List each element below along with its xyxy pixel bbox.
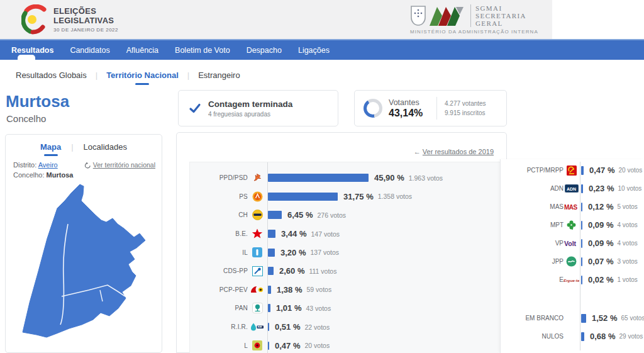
party-label: MPT — [501, 221, 564, 228]
result-percentage: 0,68 % — [590, 332, 615, 341]
district-link[interactable]: Aveiro — [38, 161, 58, 169]
result-bar[interactable] — [268, 174, 369, 182]
map-tab-mapa[interactable]: Mapa — [40, 142, 61, 156]
result-bar[interactable] — [268, 286, 271, 294]
result-bar[interactable] — [581, 221, 582, 230]
result-bar[interactable] — [268, 211, 282, 219]
result-percentage: 1,38 % — [277, 285, 302, 294]
back-to-national-link[interactable]: Ver território nacional — [84, 161, 155, 169]
party-label: L — [190, 342, 248, 349]
results-chart-card: ← Ver resultados de 2019 PPD/PSD45,90 %1… — [176, 132, 507, 353]
counting-status-subtitle: 4 freguesias apuradas — [208, 111, 292, 118]
pan-party-icon — [248, 303, 267, 313]
mpt-party-icon — [564, 220, 579, 230]
result-bar[interactable] — [268, 342, 269, 350]
nav-item-resultados[interactable]: Resultados — [11, 46, 53, 55]
result-bar[interactable] — [268, 230, 275, 238]
counting-status-card: Contagem terminada 4 freguesias apuradas — [178, 90, 338, 126]
active-nav-indicator — [18, 55, 35, 63]
result-votes: 1.358 votos — [378, 193, 412, 200]
subnav-tab-resultados-globais[interactable]: Resultados Globais — [16, 70, 87, 85]
map-tab-localidades[interactable]: Localidades — [84, 142, 127, 156]
result-bar[interactable] — [268, 323, 269, 331]
result-percentage: 3,44 % — [281, 229, 306, 238]
result-votes: 5 votos — [617, 203, 637, 210]
mas-party-icon: MAS — [564, 203, 579, 211]
subnav-tab-estrangeiro[interactable]: Estrangeiro — [198, 70, 240, 85]
turnout-donut-chart — [364, 99, 382, 118]
party-label: ADN — [501, 185, 564, 192]
eleicoes-brand: ELEIÇÕES LEGISLATIVAS 30 DE JANEIRO DE 2… — [21, 4, 118, 35]
page-subtitle: Concelho — [6, 113, 46, 124]
result-bar[interactable] — [268, 304, 270, 312]
turnout-divider — [436, 97, 437, 120]
result-votes: 20 votos — [304, 342, 330, 349]
election-results-page: ELEIÇÕES LEGISLATIVAS 30 DE JANEIRO DE 2… — [0, 0, 644, 353]
party-result-row: PAN1,01 %43 votos — [190, 299, 505, 318]
nav-item-ligações[interactable]: Ligações — [298, 46, 330, 55]
result-votes: 59 votos — [306, 286, 331, 293]
result-votes: 4 votos — [617, 240, 637, 247]
result-bar[interactable] — [581, 239, 582, 248]
result-percentage: 0,23 % — [589, 184, 614, 193]
counting-status-title: Contagem terminada — [208, 99, 292, 109]
result-bar[interactable] — [268, 249, 275, 257]
turnout-enrolled: 9.915 inscritos — [445, 108, 486, 118]
result-bar[interactable] — [581, 166, 584, 175]
result-votes: 147 votos — [311, 230, 340, 238]
eleicoes-logo-icon — [21, 4, 48, 35]
be-party-icon — [248, 228, 267, 239]
bar-zone: 1,01 %43 votos — [268, 303, 331, 313]
party-result-row: IL3,20 %137 votos — [190, 243, 505, 262]
small-party-row: PCTP/MRPP0,47 %20 votos — [501, 161, 644, 179]
main-navbar: ResultadosCandidatosAfluênciaBoletim de … — [0, 39, 644, 60]
small-party-row: EErgue-te0,02 %1 votos — [501, 271, 644, 289]
party-result-row: L0,47 %20 votos — [190, 336, 505, 353]
l-party-icon — [248, 340, 267, 350]
nav-item-boletim-de-voto[interactable]: Boletim de Voto — [175, 46, 230, 55]
result-bar[interactable] — [268, 267, 274, 275]
map-tab-separator: | — [71, 142, 73, 156]
subnav-separator: | — [187, 70, 189, 85]
result-bar[interactable] — [581, 257, 582, 266]
sub-navbar: Resultados Globais|Território Nacional |… — [16, 70, 240, 85]
e-party-icon: Ergue-te — [564, 276, 579, 284]
results-bar-chart: PPD/PSD45,90 %1.963 votosPS31,75 %1.358 … — [189, 162, 506, 353]
bar-zone: 0,47 %20 votos — [268, 341, 330, 350]
murtosa-municipality-map[interactable] — [6, 174, 163, 353]
sgmai-wordmark: SGMAI SECRETARIA GERAL — [475, 4, 526, 27]
small-party-row: EM BRANCO1,52 %65 votos — [501, 309, 644, 327]
result-percentage: 1,52 % — [592, 313, 617, 323]
result-bar[interactable] — [581, 184, 583, 193]
result-percentage: 1,01 % — [276, 303, 301, 313]
portugal-shield-icon — [410, 5, 426, 26]
jpp-party-icon — [564, 256, 579, 267]
party-result-row: PPD/PSD45,90 %1.963 votos — [190, 169, 505, 188]
result-bar[interactable] — [581, 203, 582, 211]
party-result-row: CH6,45 %276 votos — [190, 206, 505, 225]
district-label: Distrito: — [13, 161, 36, 169]
party-label: MAS — [501, 203, 564, 210]
result-votes: 4 votos — [617, 221, 637, 228]
party-label: VP — [501, 240, 564, 247]
subnav-tab-território-nacional[interactable]: Território Nacional — [106, 70, 179, 85]
rir-party-icon: RIR — [248, 322, 267, 332]
party-result-row: R.I.R.RIR0,51 %22 votos — [190, 318, 505, 337]
result-bar[interactable] — [581, 276, 582, 284]
party-result-row: PCP-PEV1,38 %59 votos — [190, 281, 505, 300]
result-percentage: 0,12 % — [588, 202, 613, 211]
left-arrow-icon: ← — [414, 148, 421, 155]
party-label: PCTP/MRPP — [501, 167, 564, 174]
nav-item-afluência[interactable]: Afluência — [126, 46, 158, 55]
party-label: EM BRANCO — [501, 315, 564, 322]
nav-item-despacho[interactable]: Despacho — [247, 46, 282, 55]
map-card: Mapa |Localidades Distrito: Aveiro Conce… — [5, 134, 162, 353]
result-bar[interactable] — [268, 193, 338, 201]
party-label: B.E. — [190, 230, 248, 237]
nav-item-candidatos[interactable]: Candidatos — [70, 46, 109, 55]
bar-zone: 2,60 %111 votos — [268, 266, 336, 276]
result-votes: 65 votos — [621, 315, 644, 322]
see-2019-results-link[interactable]: ← Ver resultados de 2019 — [414, 148, 494, 155]
result-bar[interactable] — [581, 332, 584, 341]
result-bar[interactable] — [581, 314, 586, 323]
